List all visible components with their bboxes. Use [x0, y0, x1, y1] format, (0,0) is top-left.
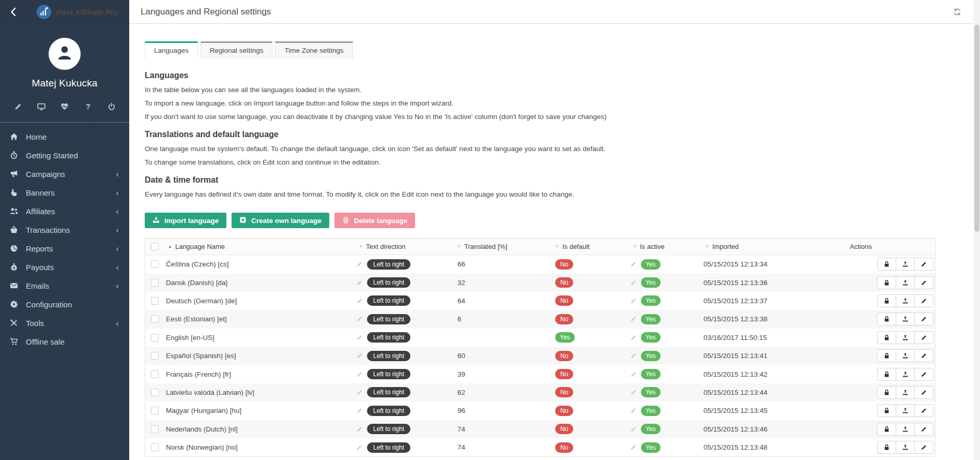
edit-direction-icon[interactable] — [356, 316, 363, 322]
question-icon[interactable]: ? — [84, 102, 93, 111]
export-language-button[interactable] — [896, 368, 915, 381]
sidebar-item-affiliates[interactable]: Affiliates‹ — [0, 202, 129, 220]
select-all-checkbox[interactable] — [151, 243, 159, 250]
set-as-default-button[interactable] — [877, 258, 896, 271]
row-checkbox[interactable] — [151, 407, 159, 414]
set-as-default-button[interactable] — [877, 276, 896, 289]
row-checkbox[interactable] — [151, 352, 159, 360]
export-language-button[interactable] — [896, 386, 915, 399]
edit-active-icon[interactable] — [630, 371, 637, 378]
edit-active-icon[interactable] — [630, 261, 637, 268]
export-language-button[interactable] — [896, 423, 915, 436]
tab-regional-settings[interactable]: Regional settings — [201, 41, 273, 58]
edit-language-button[interactable] — [914, 349, 933, 362]
edit-direction-icon[interactable] — [356, 261, 363, 268]
edit-direction-icon[interactable] — [356, 407, 363, 414]
sidebar-item-payouts[interactable]: $Payouts‹ — [0, 258, 129, 276]
set-as-default-button[interactable] — [877, 331, 896, 344]
export-language-button[interactable] — [896, 313, 915, 325]
edit-active-icon[interactable] — [630, 279, 637, 286]
edit-active-icon[interactable] — [630, 407, 637, 414]
edit-language-button[interactable] — [914, 386, 933, 399]
edit-direction-icon[interactable] — [356, 371, 363, 378]
set-as-default-button[interactable] — [877, 386, 896, 399]
app-logo-icon[interactable] — [36, 4, 52, 20]
heartbeat-icon[interactable] — [60, 102, 69, 111]
edit-language-button[interactable] — [914, 313, 933, 325]
edit-direction-icon[interactable] — [356, 279, 363, 286]
edit-language-button[interactable] — [914, 423, 933, 436]
row-checkbox[interactable] — [151, 315, 159, 323]
create-own-language-button[interactable]: Create own language — [232, 213, 329, 228]
sidebar-item-offline-sale[interactable]: Offline sale — [0, 332, 129, 351]
export-language-button[interactable] — [896, 404, 915, 417]
column-header-imported[interactable]: ▼Imported — [701, 243, 846, 250]
sidebar-item-banners[interactable]: Banners‹ — [0, 183, 129, 202]
tab-time-zone-settings[interactable]: Time Zone settings — [275, 41, 353, 58]
back-button[interactable] — [9, 7, 18, 17]
sidebar-item-emails[interactable]: Emails‹ — [0, 276, 129, 295]
edit-active-icon[interactable] — [630, 389, 637, 396]
sidebar-item-getting-started[interactable]: Getting Started — [0, 146, 129, 165]
export-language-button[interactable] — [896, 331, 915, 344]
edit-active-icon[interactable] — [630, 298, 637, 304]
set-as-default-button[interactable] — [877, 404, 896, 417]
sidebar-item-reports[interactable]: Reports‹ — [0, 239, 129, 258]
row-checkbox[interactable] — [151, 334, 159, 342]
edit-active-icon[interactable] — [630, 426, 637, 433]
edit-direction-icon[interactable] — [356, 389, 363, 396]
edit-direction-icon[interactable] — [356, 352, 363, 359]
sidebar-item-tools[interactable]: Tools‹ — [0, 314, 129, 332]
export-language-button[interactable] — [896, 441, 915, 454]
edit-direction-icon[interactable] — [356, 444, 363, 451]
column-header-is-default[interactable]: ▼Is default — [552, 243, 629, 250]
edit-active-icon[interactable] — [630, 334, 637, 341]
set-as-default-button[interactable] — [877, 294, 896, 307]
scrollbar-thumb[interactable] — [974, 25, 979, 232]
row-checkbox[interactable] — [151, 279, 159, 287]
set-as-default-button[interactable] — [877, 441, 896, 454]
set-as-default-button[interactable] — [877, 423, 896, 436]
export-language-button[interactable] — [896, 349, 915, 362]
export-language-button[interactable] — [896, 294, 915, 307]
delete-language-button[interactable]: Delete language — [334, 213, 416, 228]
power-icon[interactable] — [107, 102, 116, 111]
edit-active-icon[interactable] — [630, 316, 637, 322]
edit-direction-icon[interactable] — [356, 426, 363, 433]
edit-language-button[interactable] — [914, 368, 933, 381]
edit-language-button[interactable] — [914, 404, 933, 417]
column-header-language-name[interactable]: ▲Language Name — [164, 243, 355, 250]
edit-language-button[interactable] — [914, 331, 933, 344]
set-as-default-button[interactable] — [877, 313, 896, 325]
export-language-button[interactable] — [896, 258, 915, 271]
row-checkbox[interactable] — [151, 425, 159, 433]
pencil-icon[interactable] — [13, 102, 22, 111]
import-language-button[interactable]: Import language — [145, 213, 226, 228]
column-header-text-direction[interactable]: ▼Text direction — [355, 243, 453, 250]
scrollbar-track[interactable] — [974, 0, 980, 460]
column-header-translated[interactable]: ▼Translated [%] — [453, 243, 552, 250]
sidebar-item-campaigns[interactable]: Campaigns‹ — [0, 165, 129, 183]
edit-language-button[interactable] — [914, 276, 933, 289]
edit-direction-icon[interactable] — [356, 334, 363, 341]
refresh-icon[interactable] — [953, 8, 961, 16]
edit-language-button[interactable] — [914, 441, 933, 454]
column-header-is-active[interactable]: ▼Is active — [629, 243, 701, 250]
edit-direction-icon[interactable] — [356, 298, 363, 304]
edit-active-icon[interactable] — [630, 352, 637, 359]
sidebar-item-home[interactable]: Home — [0, 127, 129, 146]
monitor-icon[interactable] — [37, 102, 45, 111]
edit-language-button[interactable] — [914, 294, 933, 307]
row-checkbox[interactable] — [151, 443, 159, 451]
edit-language-button[interactable] — [914, 258, 933, 271]
sidebar-item-configuration[interactable]: Configuration — [0, 295, 129, 314]
row-checkbox[interactable] — [151, 297, 159, 305]
export-language-button[interactable] — [896, 276, 915, 289]
row-checkbox[interactable] — [151, 370, 159, 378]
sidebar-item-transactions[interactable]: Transactions‹ — [0, 220, 129, 239]
set-as-default-button[interactable] — [877, 368, 896, 381]
edit-active-icon[interactable] — [630, 444, 637, 451]
set-as-default-button[interactable] — [877, 349, 896, 362]
row-checkbox[interactable] — [151, 260, 159, 268]
row-checkbox[interactable] — [151, 389, 159, 396]
